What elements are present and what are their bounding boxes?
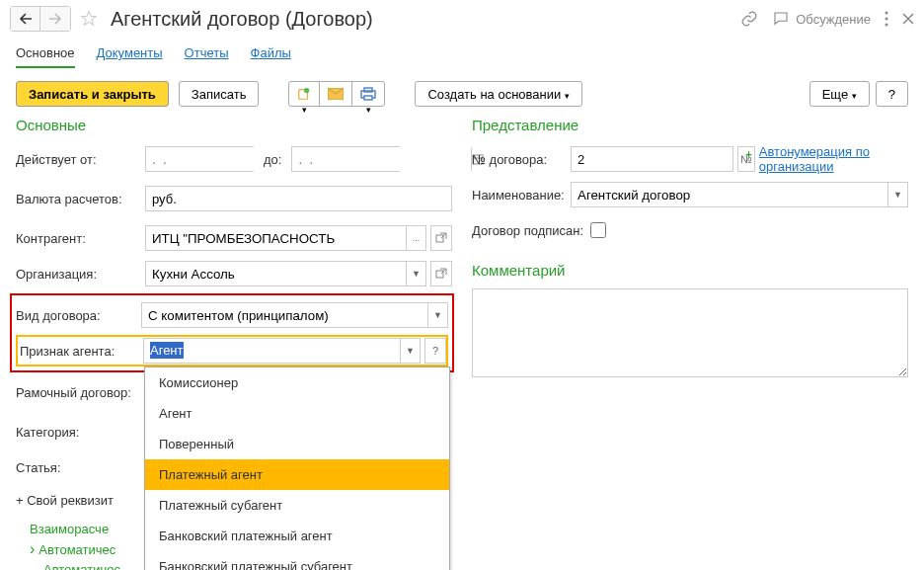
- section-main: Основные: [16, 117, 452, 133]
- label-signed: Договор подписан:: [472, 223, 590, 238]
- more-menu-icon[interactable]: [885, 11, 888, 27]
- email-button[interactable]: [319, 81, 352, 107]
- section-presentation: Представление: [472, 117, 908, 133]
- label-to: до:: [264, 152, 281, 167]
- print-button[interactable]: ▾: [351, 81, 385, 107]
- label-active-from: Действует от:: [16, 152, 145, 167]
- svg-rect-11: [436, 235, 443, 242]
- svg-point-0: [886, 12, 888, 15]
- label-article: Статья:: [16, 460, 145, 475]
- help-small-button[interactable]: ?: [424, 338, 446, 364]
- dropdown-item[interactable]: Комиссионер: [145, 367, 449, 398]
- dropdown-item[interactable]: Банковский платежный агент: [145, 521, 449, 551]
- label-currency: Валюта расчетов:: [16, 192, 145, 206]
- label-agent-sign: Признак агента:: [20, 344, 143, 359]
- tab-reports[interactable]: Отчеты: [185, 40, 229, 68]
- chevron-icon: [30, 540, 35, 558]
- ellipsis-button[interactable]: ...: [406, 226, 425, 250]
- dropdown-item[interactable]: Банковский платежный субагент: [145, 551, 449, 570]
- svg-point-2: [886, 24, 888, 27]
- label-number: № договора:: [472, 152, 571, 167]
- date-from[interactable]: [145, 146, 254, 172]
- currency-input[interactable]: [145, 186, 452, 211]
- page-title: Агентский договор (Договор): [111, 8, 734, 31]
- favorite-icon[interactable]: [79, 9, 99, 29]
- close-icon[interactable]: [902, 13, 914, 25]
- date-to[interactable]: [291, 146, 400, 172]
- tab-main[interactable]: Основное: [16, 40, 75, 68]
- dropdown-item[interactable]: Агент: [145, 398, 449, 429]
- name-field[interactable]: ▼: [571, 182, 908, 207]
- signed-checkbox[interactable]: [590, 222, 606, 238]
- attach-button[interactable]: ▾: [288, 81, 320, 107]
- dropdown-icon[interactable]: ▼: [406, 262, 425, 285]
- contract-type-field[interactable]: ▼: [141, 302, 448, 328]
- help-button[interactable]: ?: [876, 81, 908, 107]
- svg-rect-12: [436, 271, 443, 278]
- date-to-input[interactable]: [292, 147, 471, 171]
- dropdown-item[interactable]: Платежный агент: [145, 459, 449, 490]
- agent-sign-dropdown: КомиссионерАгентПоверенныйПлатежный аген…: [144, 366, 450, 570]
- link-icon[interactable]: [740, 10, 758, 28]
- label-contract-type: Вид договора:: [16, 308, 141, 323]
- dropdown-item[interactable]: Поверенный: [145, 429, 449, 459]
- contract-type-input[interactable]: [142, 303, 427, 327]
- section-comment: Комментарий: [472, 262, 908, 279]
- tab-documents[interactable]: Документы: [97, 40, 163, 68]
- svg-point-4: [304, 88, 309, 93]
- label-category: Категория:: [16, 425, 145, 440]
- back-button[interactable]: [11, 7, 40, 31]
- open-ref-button[interactable]: [430, 261, 452, 286]
- counterparty-input[interactable]: [146, 226, 406, 250]
- dropdown-item[interactable]: Платежный субагент: [145, 490, 449, 521]
- counterparty-field[interactable]: ...: [145, 225, 426, 251]
- label-counterparty: Контрагент:: [16, 231, 145, 246]
- organization-field[interactable]: ▼: [145, 261, 426, 286]
- label-frame-contract: Рамочный договор:: [16, 385, 145, 400]
- more-label: Еще: [822, 87, 848, 102]
- more-button[interactable]: Еще ▾: [809, 81, 870, 107]
- discussion-button[interactable]: Обсуждение: [772, 10, 871, 28]
- tabs: Основное Документы Отчеты Файлы: [0, 38, 924, 71]
- nav-buttons: [10, 6, 71, 32]
- svg-rect-8: [364, 96, 372, 100]
- svg-point-1: [886, 18, 888, 21]
- dropdown-icon[interactable]: ▼: [400, 339, 420, 363]
- save-button[interactable]: Записать: [179, 81, 260, 107]
- create-based-label: Создать на основании: [427, 87, 561, 102]
- autonum-link[interactable]: Автонумерация по организации: [759, 144, 908, 174]
- comment-textarea[interactable]: [472, 288, 908, 377]
- open-ref-button[interactable]: [430, 225, 452, 251]
- discussion-label: Обсуждение: [796, 12, 871, 27]
- forward-button[interactable]: [40, 7, 70, 31]
- label-organization: Организация:: [16, 267, 145, 282]
- agent-sign-value: Агент: [150, 342, 184, 359]
- dropdown-icon[interactable]: ▼: [887, 183, 907, 206]
- name-input[interactable]: [572, 183, 887, 206]
- autonum-button[interactable]: №+: [737, 146, 755, 172]
- save-close-button[interactable]: Записать и закрыть: [16, 81, 169, 107]
- label-name: Наименование:: [472, 188, 571, 203]
- tab-files[interactable]: Файлы: [251, 40, 291, 68]
- number-input[interactable]: [571, 146, 733, 172]
- create-based-button[interactable]: Создать на основании ▾: [415, 81, 582, 107]
- agent-sign-field[interactable]: Агент▼: [143, 338, 421, 364]
- dropdown-icon[interactable]: ▼: [427, 303, 447, 327]
- organization-input[interactable]: [146, 262, 406, 285]
- svg-rect-7: [364, 88, 372, 92]
